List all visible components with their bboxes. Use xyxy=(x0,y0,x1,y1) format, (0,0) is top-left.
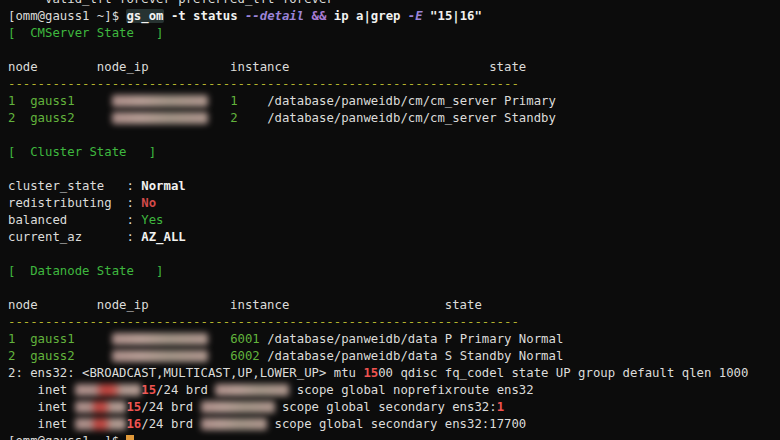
terminal-line: [omm@gauss1 ~]$ gs_om -t status --detail… xyxy=(8,8,780,25)
terminal-text: ----------------------------------------… xyxy=(8,315,519,329)
terminal-text xyxy=(238,111,268,125)
terminal-text: [ CMServer State ] xyxy=(8,26,163,40)
terminal-text: scope global secondary ens32: xyxy=(275,400,497,414)
terminal-text: $ xyxy=(112,9,119,23)
terminal-text: inet xyxy=(8,383,75,397)
redacted-text xyxy=(215,384,289,396)
terminal-line: 2 gauss2 2 /database/panweidb/cm/cm_serv… xyxy=(8,110,780,127)
redacted-text xyxy=(201,401,275,413)
terminal-text: 16 xyxy=(126,417,141,431)
terminal-line xyxy=(8,280,780,297)
terminal-line: cluster_state : Normal xyxy=(8,178,780,195)
terminal-text: grep xyxy=(371,9,408,23)
terminal-text: Normal xyxy=(141,179,185,193)
terminal-text: 2 gauss2 xyxy=(8,111,75,125)
terminal-text: 1 gauss1 xyxy=(8,94,75,108)
terminal-text: [omm@gauss1 ~] xyxy=(8,9,112,23)
terminal-text: /24 brd xyxy=(156,383,215,397)
redacted-text xyxy=(75,384,142,396)
terminal-text: cluster_state : xyxy=(8,179,141,193)
terminal-text: current_az : xyxy=(8,230,141,244)
terminal-line: [ CMServer State ] xyxy=(8,25,780,42)
terminal-text: inet xyxy=(8,400,75,414)
terminal-text xyxy=(75,94,112,108)
terminal-line: [ Cluster State ] xyxy=(8,144,780,161)
redacted-text xyxy=(75,401,127,413)
terminal-line: ----------------------------------------… xyxy=(8,76,780,93)
terminal-text: [ Datanode State ] xyxy=(8,264,163,278)
terminal-line xyxy=(8,42,780,59)
terminal-text: 15 xyxy=(141,383,156,397)
terminal-screen[interactable]: valid_lft forever preferred_lft forever[… xyxy=(0,0,780,440)
terminal-text: 6002 xyxy=(230,349,260,363)
terminal-text: node node_ip instance state xyxy=(8,60,526,74)
terminal-text: 2 gauss2 xyxy=(8,349,75,363)
terminal-text: redistributing : xyxy=(8,196,141,210)
terminal-text xyxy=(208,94,230,108)
terminal-text: && xyxy=(312,9,327,23)
terminal-line: balanced : Yes xyxy=(8,212,780,229)
terminal-text: ----------------------------------------… xyxy=(8,77,519,91)
terminal-text: [omm@gauss1 ~]$ xyxy=(8,434,126,440)
terminal-text: 1 gauss1 xyxy=(8,332,75,346)
terminal-text xyxy=(238,94,268,108)
terminal-text: 00 qdisc fq_codel state UP group default… xyxy=(378,366,748,380)
terminal-line: redistributing : No xyxy=(8,195,780,212)
terminal-line: node node_ip instance state xyxy=(8,59,780,76)
terminal-line: inet 16/24 brd scope global secondary en… xyxy=(8,416,780,433)
terminal-cursor xyxy=(126,435,134,440)
terminal-line: current_az : AZ_ALL xyxy=(8,229,780,246)
terminal-text: scope global noprefixroute ens32 xyxy=(289,383,533,397)
terminal-text xyxy=(75,111,112,125)
terminal-text: 15 xyxy=(363,366,378,380)
terminal-line xyxy=(8,127,780,144)
terminal-line: 1 gauss1 1 /database/panweidb/cm/cm_serv… xyxy=(8,93,780,110)
terminal-text xyxy=(208,349,230,363)
terminal-line: valid_lft forever preferred_lft forever xyxy=(8,0,780,8)
terminal-text: ip a xyxy=(326,9,363,23)
terminal-text: balanced : xyxy=(8,213,141,227)
redacted-text xyxy=(112,350,208,362)
terminal-text: 2 xyxy=(230,111,237,125)
terminal-text: valid_lft forever preferred_lft forever xyxy=(8,0,334,6)
terminal-window: valid_lft forever preferred_lft forever[… xyxy=(0,0,780,440)
terminal-text: -t status xyxy=(164,9,245,23)
terminal-text: /database/panweidb/data S Standby Normal xyxy=(267,349,563,363)
terminal-text: /database/panweidb/data P Primary Normal xyxy=(267,332,563,346)
terminal-text: 6001 xyxy=(230,332,260,346)
terminal-line: [ Datanode State ] xyxy=(8,263,780,280)
terminal-text: /24 brd xyxy=(141,400,200,414)
terminal-text: 1 xyxy=(230,94,237,108)
terminal-text: node node_ip instance state xyxy=(8,298,482,312)
terminal-text xyxy=(75,349,112,363)
terminal-text xyxy=(304,9,311,23)
terminal-text: "15|16" xyxy=(423,9,482,23)
redacted-text xyxy=(112,112,208,124)
redacted-text xyxy=(201,418,268,430)
terminal-text: 17700 xyxy=(489,417,526,431)
terminal-text: 15 xyxy=(126,400,141,414)
terminal-text: -E xyxy=(408,9,423,23)
terminal-text: /database/panweidb/cm/cm_server Primary xyxy=(267,94,556,108)
terminal-line: 2: ens32: <BROADCAST,MULTICAST,UP,LOWER_… xyxy=(8,365,780,382)
terminal-text: --detail xyxy=(245,9,304,23)
terminal-text: /database/panweidb/cm/cm_server Standby xyxy=(267,111,556,125)
terminal-line: 2 gauss2 6002 /database/panweidb/data S … xyxy=(8,348,780,365)
terminal-line: 1 gauss1 6001 /database/panweidb/data P … xyxy=(8,331,780,348)
redacted-text xyxy=(112,333,208,345)
terminal-text xyxy=(208,111,230,125)
terminal-line: inet 15/24 brd scope global secondary en… xyxy=(8,399,780,416)
terminal-text xyxy=(75,332,112,346)
terminal-line: inet 15/24 brd scope global noprefixrout… xyxy=(8,382,780,399)
terminal-text: No xyxy=(141,196,156,210)
terminal-text: gs_om xyxy=(126,9,163,23)
terminal-text: inet xyxy=(8,417,75,431)
terminal-text: scope global secondary ens32: xyxy=(267,417,489,431)
terminal-text xyxy=(208,332,230,346)
terminal-text: 1 xyxy=(497,400,504,414)
terminal-text: AZ_ALL xyxy=(141,230,185,244)
terminal-text: /24 brd xyxy=(141,417,200,431)
terminal-line: node node_ip instance state xyxy=(8,297,780,314)
terminal-line xyxy=(8,246,780,263)
terminal-line: [omm@gauss1 ~]$ xyxy=(8,433,780,440)
